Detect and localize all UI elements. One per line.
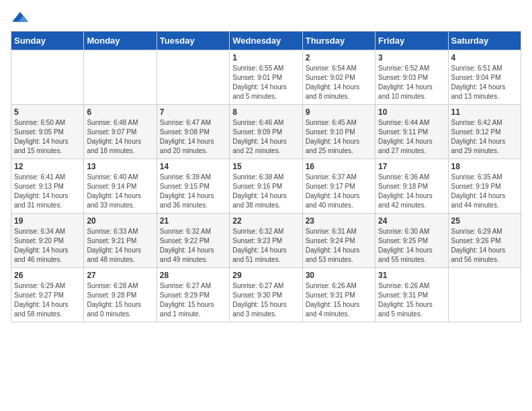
table-row: 13Sunrise: 6:40 AM Sunset: 9:14 PM Dayli… bbox=[84, 159, 157, 214]
table-row bbox=[84, 50, 157, 105]
day-info: Sunrise: 6:36 AM Sunset: 9:18 PM Dayligh… bbox=[378, 173, 445, 210]
day-number: 24 bbox=[378, 216, 445, 226]
week-row-3: 12Sunrise: 6:41 AM Sunset: 9:13 PM Dayli… bbox=[11, 159, 521, 214]
day-info: Sunrise: 6:45 AM Sunset: 9:10 PM Dayligh… bbox=[306, 118, 372, 156]
table-row: 11Sunrise: 6:42 AM Sunset: 9:12 PM Dayli… bbox=[448, 105, 521, 159]
day-number: 11 bbox=[451, 107, 518, 117]
table-row: 19Sunrise: 6:34 AM Sunset: 9:20 PM Dayli… bbox=[11, 214, 84, 268]
day-number: 28 bbox=[160, 271, 226, 280]
table-row: 23Sunrise: 6:31 AM Sunset: 9:24 PM Dayli… bbox=[302, 214, 375, 268]
day-info: Sunrise: 6:32 AM Sunset: 9:22 PM Dayligh… bbox=[160, 227, 226, 265]
table-row: 8Sunrise: 6:46 AM Sunset: 9:09 PM Daylig… bbox=[230, 105, 302, 159]
week-row-5: 26Sunrise: 6:29 AM Sunset: 9:27 PM Dayli… bbox=[11, 268, 521, 322]
day-number: 15 bbox=[232, 162, 299, 171]
day-info: Sunrise: 6:29 AM Sunset: 9:26 PM Dayligh… bbox=[451, 227, 518, 265]
day-number: 27 bbox=[87, 271, 153, 280]
table-row: 15Sunrise: 6:38 AM Sunset: 9:16 PM Dayli… bbox=[230, 159, 302, 214]
header-tuesday: Tuesday bbox=[157, 32, 229, 50]
table-row: 21Sunrise: 6:32 AM Sunset: 9:22 PM Dayli… bbox=[157, 214, 229, 268]
day-number: 23 bbox=[306, 216, 372, 226]
header-wednesday: Wednesday bbox=[230, 32, 302, 50]
day-info: Sunrise: 6:34 AM Sunset: 9:20 PM Dayligh… bbox=[14, 227, 81, 265]
table-row: 4Sunrise: 6:51 AM Sunset: 9:04 PM Daylig… bbox=[448, 50, 521, 105]
day-info: Sunrise: 6:39 AM Sunset: 9:15 PM Dayligh… bbox=[160, 173, 226, 210]
page-header bbox=[11, 11, 521, 26]
week-row-2: 5Sunrise: 6:50 AM Sunset: 9:05 PM Daylig… bbox=[11, 105, 521, 159]
day-info: Sunrise: 6:35 AM Sunset: 9:19 PM Dayligh… bbox=[451, 173, 518, 210]
table-row: 14Sunrise: 6:39 AM Sunset: 9:15 PM Dayli… bbox=[157, 159, 229, 214]
day-info: Sunrise: 6:41 AM Sunset: 9:13 PM Dayligh… bbox=[14, 173, 81, 210]
header-saturday: Saturday bbox=[448, 32, 521, 50]
day-info: Sunrise: 6:38 AM Sunset: 9:16 PM Dayligh… bbox=[232, 173, 299, 210]
header-thursday: Thursday bbox=[302, 32, 375, 50]
day-number: 19 bbox=[14, 216, 81, 226]
day-number: 18 bbox=[451, 162, 518, 171]
table-row: 18Sunrise: 6:35 AM Sunset: 9:19 PM Dayli… bbox=[448, 159, 521, 214]
weekday-header-row: SundayMondayTuesdayWednesdayThursdayFrid… bbox=[11, 32, 521, 50]
day-info: Sunrise: 6:48 AM Sunset: 9:07 PM Dayligh… bbox=[87, 118, 153, 156]
table-row: 10Sunrise: 6:44 AM Sunset: 9:11 PM Dayli… bbox=[375, 105, 448, 159]
day-number: 4 bbox=[451, 53, 518, 62]
day-number: 26 bbox=[14, 271, 81, 280]
table-row: 12Sunrise: 6:41 AM Sunset: 9:13 PM Dayli… bbox=[11, 159, 84, 214]
day-info: Sunrise: 6:52 AM Sunset: 9:03 PM Dayligh… bbox=[378, 64, 445, 101]
day-number: 20 bbox=[87, 216, 153, 226]
day-number: 8 bbox=[232, 107, 299, 117]
day-info: Sunrise: 6:55 AM Sunset: 9:01 PM Dayligh… bbox=[232, 64, 299, 101]
day-number: 16 bbox=[306, 162, 372, 171]
day-info: Sunrise: 6:28 AM Sunset: 9:28 PM Dayligh… bbox=[87, 281, 153, 319]
day-info: Sunrise: 6:27 AM Sunset: 9:29 PM Dayligh… bbox=[160, 281, 226, 319]
day-number: 21 bbox=[160, 216, 226, 226]
table-row: 16Sunrise: 6:37 AM Sunset: 9:17 PM Dayli… bbox=[302, 159, 375, 214]
week-row-1: 1Sunrise: 6:55 AM Sunset: 9:01 PM Daylig… bbox=[11, 50, 521, 105]
table-row: 1Sunrise: 6:55 AM Sunset: 9:01 PM Daylig… bbox=[230, 50, 302, 105]
table-row: 6Sunrise: 6:48 AM Sunset: 9:07 PM Daylig… bbox=[84, 105, 157, 159]
day-info: Sunrise: 6:54 AM Sunset: 9:02 PM Dayligh… bbox=[306, 64, 372, 101]
day-info: Sunrise: 6:42 AM Sunset: 9:12 PM Dayligh… bbox=[451, 118, 518, 156]
day-info: Sunrise: 6:29 AM Sunset: 9:27 PM Dayligh… bbox=[14, 281, 81, 319]
day-number: 5 bbox=[14, 107, 81, 117]
day-info: Sunrise: 6:37 AM Sunset: 9:17 PM Dayligh… bbox=[306, 173, 372, 210]
day-info: Sunrise: 6:30 AM Sunset: 9:25 PM Dayligh… bbox=[378, 227, 445, 265]
table-row: 26Sunrise: 6:29 AM Sunset: 9:27 PM Dayli… bbox=[11, 268, 84, 322]
day-number: 1 bbox=[232, 53, 299, 62]
day-info: Sunrise: 6:27 AM Sunset: 9:30 PM Dayligh… bbox=[232, 281, 299, 319]
day-info: Sunrise: 6:31 AM Sunset: 9:24 PM Dayligh… bbox=[306, 227, 372, 265]
table-row: 9Sunrise: 6:45 AM Sunset: 9:10 PM Daylig… bbox=[302, 105, 375, 159]
day-info: Sunrise: 6:32 AM Sunset: 9:23 PM Dayligh… bbox=[232, 227, 299, 265]
day-number: 17 bbox=[378, 162, 445, 171]
table-row: 20Sunrise: 6:33 AM Sunset: 9:21 PM Dayli… bbox=[84, 214, 157, 268]
calendar-table: SundayMondayTuesdayWednesdayThursdayFrid… bbox=[11, 31, 521, 322]
day-number: 10 bbox=[378, 107, 445, 117]
day-number: 29 bbox=[232, 271, 299, 280]
table-row bbox=[448, 268, 521, 322]
week-row-4: 19Sunrise: 6:34 AM Sunset: 9:20 PM Dayli… bbox=[11, 214, 521, 268]
day-number: 22 bbox=[232, 216, 299, 226]
day-number: 7 bbox=[160, 107, 226, 117]
day-number: 2 bbox=[306, 53, 372, 62]
table-row: 25Sunrise: 6:29 AM Sunset: 9:26 PM Dayli… bbox=[448, 214, 521, 268]
table-row bbox=[157, 50, 229, 105]
table-row: 27Sunrise: 6:28 AM Sunset: 9:28 PM Dayli… bbox=[84, 268, 157, 322]
table-row: 28Sunrise: 6:27 AM Sunset: 9:29 PM Dayli… bbox=[157, 268, 229, 322]
table-row: 30Sunrise: 6:26 AM Sunset: 9:31 PM Dayli… bbox=[302, 268, 375, 322]
header-friday: Friday bbox=[375, 32, 448, 50]
day-number: 30 bbox=[306, 271, 372, 280]
day-number: 25 bbox=[451, 216, 518, 226]
day-info: Sunrise: 6:50 AM Sunset: 9:05 PM Dayligh… bbox=[14, 118, 81, 156]
day-info: Sunrise: 6:33 AM Sunset: 9:21 PM Dayligh… bbox=[87, 227, 153, 265]
table-row bbox=[11, 50, 84, 105]
day-number: 31 bbox=[378, 271, 445, 280]
table-row: 24Sunrise: 6:30 AM Sunset: 9:25 PM Dayli… bbox=[375, 214, 448, 268]
day-number: 6 bbox=[87, 107, 153, 117]
day-info: Sunrise: 6:26 AM Sunset: 9:31 PM Dayligh… bbox=[378, 281, 445, 319]
day-info: Sunrise: 6:26 AM Sunset: 9:31 PM Dayligh… bbox=[306, 281, 372, 319]
day-info: Sunrise: 6:47 AM Sunset: 9:08 PM Dayligh… bbox=[160, 118, 226, 156]
table-row: 29Sunrise: 6:27 AM Sunset: 9:30 PM Dayli… bbox=[230, 268, 302, 322]
day-number: 12 bbox=[14, 162, 81, 171]
day-number: 13 bbox=[87, 162, 153, 171]
table-row: 31Sunrise: 6:26 AM Sunset: 9:31 PM Dayli… bbox=[375, 268, 448, 322]
table-row: 3Sunrise: 6:52 AM Sunset: 9:03 PM Daylig… bbox=[375, 50, 448, 105]
table-row: 17Sunrise: 6:36 AM Sunset: 9:18 PM Dayli… bbox=[375, 159, 448, 214]
table-row: 2Sunrise: 6:54 AM Sunset: 9:02 PM Daylig… bbox=[302, 50, 375, 105]
